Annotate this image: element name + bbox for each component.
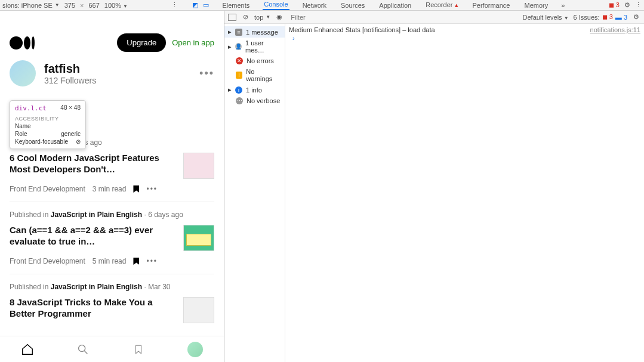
article-title: Can (a==1 && a==2 && a==3) ever evaluate… <box>10 225 175 247</box>
nav-avatar[interactable] <box>187 342 203 357</box>
sidebar-messages[interactable]: ▸≡1 message <box>224 26 285 38</box>
bottom-nav <box>0 336 224 362</box>
profile-avatar[interactable] <box>10 60 36 86</box>
console-messages: Medium Enhanced Stats [notifications] – … <box>285 24 644 362</box>
tab-memory[interactable]: Memory <box>523 2 549 9</box>
device-select[interactable]: sions: iPhone SE ▼ <box>2 2 60 9</box>
article-tag[interactable]: Front End Development <box>10 185 85 193</box>
article-card[interactable]: Published in JavaScript in Plain English… <box>10 274 214 332</box>
device-viewport: Upgrade Open in app fatfish 312 Follower… <box>0 11 224 362</box>
inspect-tooltip: div.l.ct 48 × 48 ACCESSIBILITY Name Role… <box>10 100 86 149</box>
tooltip-a11y-header: ACCESSIBILITY <box>15 116 81 122</box>
tooltip-selector: div.l.ct <box>15 104 47 112</box>
tooltip-role-value: generic <box>61 131 81 137</box>
viewport-height[interactable]: 667 <box>89 2 100 9</box>
article-title: 6 Cool Modern JavaScript Features Most D… <box>10 153 175 175</box>
bookmarks-icon[interactable] <box>132 343 145 356</box>
svg-point-0 <box>79 345 85 351</box>
medium-app: Upgrade Open in app fatfish 312 Follower… <box>0 25 224 362</box>
article-title: 8 JavaScript Tricks to Make You a Better… <box>10 297 175 320</box>
console-message-text: Medium Enhanced Stats [notifications] – … <box>289 26 435 33</box>
devtools-toolbar: sions: iPhone SE ▼ 375 × 667 100% ▼ ⋮ ◩ … <box>0 0 644 11</box>
article-pub-prefix: Published in <box>10 283 51 291</box>
filter-input[interactable] <box>288 13 517 22</box>
article-more-icon[interactable]: ••• <box>146 185 158 193</box>
console-prompt[interactable]: › <box>289 33 640 43</box>
article-tag[interactable]: Front End Development <box>10 257 85 265</box>
svg-line-1 <box>85 351 88 354</box>
article-thumbnail <box>183 225 214 251</box>
article-more-icon[interactable]: ••• <box>146 257 158 265</box>
upgrade-button[interactable]: Upgrade <box>117 33 166 52</box>
tooltip-kbd-label: Keyboard-focusable <box>15 138 68 145</box>
viewport-width[interactable]: 375 <box>64 2 75 9</box>
article-date: 6 days ago <box>148 211 183 219</box>
open-in-app-link[interactable]: Open in app <box>172 38 214 47</box>
article-read-time: 3 min read <box>93 185 127 193</box>
article-thumbnail <box>183 297 214 323</box>
article-pub: JavaScript in Plain English <box>51 283 142 291</box>
article-card[interactable]: Published in JavaScript in Plain English… <box>10 202 214 274</box>
device-toggle-icon[interactable]: ▭ <box>202 1 210 10</box>
sidebar-info[interactable]: ▸i1 info <box>224 84 285 95</box>
console-message-source[interactable]: notifications.js:11 <box>590 26 640 33</box>
zoom-select[interactable]: 100% ▼ <box>104 2 128 9</box>
article-pub-prefix: Published in <box>10 211 51 219</box>
profile-name: fatfish <box>44 62 96 76</box>
profile-more-icon[interactable]: ••• <box>199 67 214 80</box>
sidebar-verbose[interactable]: ⋯No verbose <box>224 95 285 106</box>
log-levels-select[interactable]: Default levels ▼ <box>523 14 569 21</box>
followers-count: 312 Followers <box>44 76 96 85</box>
devtools-menu-icon[interactable]: ⋮ <box>635 1 642 9</box>
devtools-console: ⊘ top ▼ ◉ Default levels ▼ 6 Issues: ◼ 3… <box>224 11 644 362</box>
settings-gear-icon[interactable]: ⚙ <box>624 1 630 9</box>
sidebar-user-messages[interactable]: ▸👤1 user mes… <box>224 38 285 55</box>
issues-badge[interactable]: 6 Issues: ◼ 3 ▬ 3 <box>574 13 627 21</box>
tooltip-role-label: Role <box>15 131 27 137</box>
tab-performance[interactable]: Performance <box>472 2 511 9</box>
bookmark-icon[interactable] <box>133 258 139 265</box>
tooltip-size: 48 × 48 <box>60 104 81 111</box>
home-icon[interactable] <box>21 343 34 356</box>
tooltip-kbd-icon: ⊘ <box>76 138 81 145</box>
article-thumbnail <box>183 153 214 179</box>
tab-recorder[interactable]: Recorder ▴ <box>424 1 459 9</box>
error-badge[interactable]: ◼ 3 <box>609 1 620 9</box>
tab-application[interactable]: Application <box>378 2 412 9</box>
console-sidebar-toggle-icon[interactable] <box>228 13 236 21</box>
console-toolbar: ⊘ top ▼ ◉ Default levels ▼ 6 Issues: ◼ 3… <box>224 11 644 24</box>
console-sidebar: ▸≡1 message ▸👤1 user mes… ✕No errors !No… <box>224 24 285 362</box>
eye-icon[interactable]: ◉ <box>275 13 284 21</box>
console-settings-icon[interactable]: ⚙ <box>632 13 640 21</box>
article-read-time: 5 min read <box>93 257 127 265</box>
bookmark-icon[interactable] <box>133 185 139 193</box>
context-select[interactable]: top ▼ <box>254 14 270 21</box>
tab-sources[interactable]: Sources <box>340 2 366 9</box>
menu-dots-icon[interactable]: ⋮ <box>171 1 178 9</box>
tab-console[interactable]: Console <box>263 1 289 10</box>
devtools-tabs: Elements Console Network Sources Applica… <box>221 0 565 11</box>
medium-logo-icon[interactable] <box>10 36 35 50</box>
sidebar-warnings[interactable]: !No warnings <box>224 66 285 84</box>
tooltip-name-label: Name <box>15 123 31 129</box>
tab-elements[interactable]: Elements <box>221 2 251 9</box>
sidebar-errors[interactable]: ✕No errors <box>224 55 285 66</box>
profile-header: fatfish 312 Followers ••• <box>0 60 224 92</box>
article-list: n Plain English · 2 days ago 6 Cool Mode… <box>0 136 224 336</box>
app-header: Upgrade Open in app <box>0 25 224 60</box>
inspect-icon[interactable]: ◩ <box>191 1 199 10</box>
clear-console-icon[interactable]: ⊘ <box>241 13 249 21</box>
tab-network[interactable]: Network <box>301 2 328 9</box>
search-icon[interactable] <box>76 343 90 356</box>
console-message-row[interactable]: Medium Enhanced Stats [notifications] – … <box>289 26 640 33</box>
article-pub: JavaScript in Plain English <box>51 211 142 219</box>
article-date: Mar 30 <box>148 283 170 291</box>
more-tabs-icon[interactable]: » <box>561 2 565 9</box>
dimension-separator: × <box>80 2 84 9</box>
